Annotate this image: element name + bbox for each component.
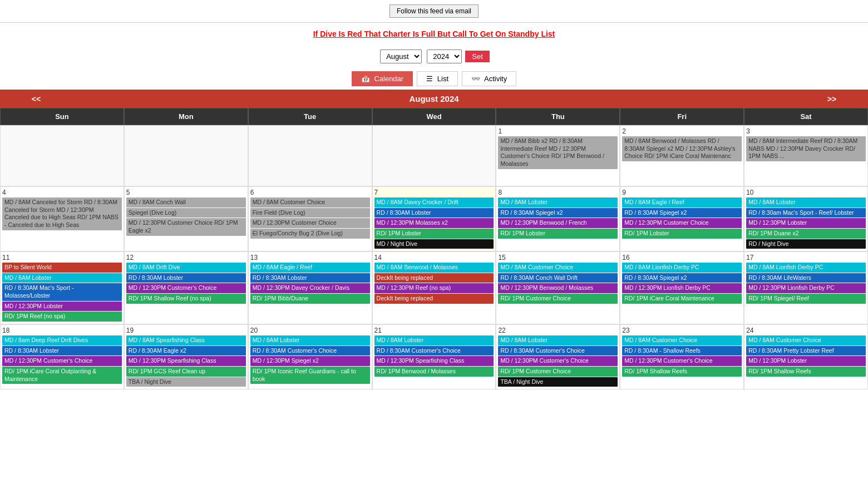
event-aug21-1[interactable]: MD / 8AM Lobster bbox=[374, 335, 494, 345]
event-aug2-1[interactable]: MD / 8AM Benwood / Molasses RD / 8:30AM … bbox=[622, 136, 742, 161]
event-aug19-5[interactable]: TBA / Night Dive bbox=[126, 377, 246, 387]
event-aug3-1[interactable]: MD / 8AM Intermediate Reef RD / 8:30AM N… bbox=[746, 136, 866, 161]
event-aug5-3[interactable]: MD / 12:30PM Customer Choice RD/ 1PM Eag… bbox=[126, 218, 246, 235]
event-aug17-1[interactable]: MD / 8AM Lionfish Derby PC bbox=[746, 263, 866, 273]
event-aug10-2[interactable]: RD / 8:30am Mac's Sport - Reef/ Lobster bbox=[746, 208, 866, 218]
event-aug15-3[interactable]: MD / 12:30PM Benwood / Molasses bbox=[498, 283, 618, 293]
event-aug7-1[interactable]: MD / 8AM Davey Crocker / Drift bbox=[374, 197, 494, 208]
event-aug16-1[interactable]: MD / 8AM Lionfish Derby PC bbox=[622, 263, 742, 273]
event-aug13-2[interactable]: RD / 8:30AM Lobster bbox=[250, 273, 370, 283]
event-aug13-3[interactable]: MD / 12:30PM Davey Crocker / Davis bbox=[250, 283, 370, 293]
tab-list[interactable]: ☰ List bbox=[417, 71, 458, 86]
cal-cell-aug4: 4 MD / 8AM Canceled for Storm RD / 8:30A… bbox=[0, 186, 124, 251]
event-aug18-2[interactable]: RD / 8:30AM Lobster bbox=[2, 346, 122, 356]
event-aug24-2[interactable]: RD / 8:30AM Pretty Lobster Reef bbox=[746, 346, 866, 356]
event-aug4-1[interactable]: MD / 8AM Canceled for Storm RD / 8:30AM … bbox=[2, 197, 122, 230]
event-aug15-2[interactable]: RD / 8:30AM Conch Wall Drift bbox=[498, 273, 618, 283]
event-aug10-5[interactable]: RD / Night Dive bbox=[746, 239, 866, 249]
event-aug10-4[interactable]: RD/ 1PM Duane x2 bbox=[746, 229, 866, 239]
month-select[interactable]: August bbox=[380, 50, 422, 63]
event-aug13-1[interactable]: MD / 8AM Eagle / Reef bbox=[250, 263, 370, 273]
event-aug8-4[interactable]: RD/ 1PM Lobster bbox=[498, 229, 618, 239]
tab-activity[interactable]: 👓 Activity bbox=[462, 71, 516, 86]
event-aug14-2[interactable]: DeckIt being replaced bbox=[374, 273, 494, 283]
tab-calendar[interactable]: 📅 Calendar bbox=[352, 71, 413, 86]
event-aug8-1[interactable]: MD / 8AM Lobster bbox=[498, 197, 618, 208]
event-aug22-2[interactable]: RD / 8:30AM Customer's Choice bbox=[498, 346, 618, 356]
event-aug16-4[interactable]: RD/ 1PM iCare Coral Maintenance bbox=[622, 294, 742, 304]
event-aug23-4[interactable]: RD/ 1PM Shallow Reefs bbox=[622, 367, 742, 377]
event-aug5-2[interactable]: Spiegel (Dive Log) bbox=[126, 208, 246, 218]
event-aug15-4[interactable]: RD/ 1PM Customer Choice bbox=[498, 294, 618, 304]
event-aug16-3[interactable]: MD / 12:30PM Lionfish Derby PC bbox=[622, 283, 742, 293]
event-aug12-1[interactable]: MD / 8AM Drift Dive bbox=[126, 263, 246, 273]
set-button[interactable]: Set bbox=[465, 51, 490, 62]
event-aug24-1[interactable]: MD / 8AM Customer Choice bbox=[746, 335, 866, 345]
event-aug24-3[interactable]: MD / 12:30PM Lobster bbox=[746, 356, 866, 366]
event-aug7-2[interactable]: RD / 8:30AM Lobster bbox=[374, 208, 494, 218]
event-aug5-1[interactable]: MD / 8AM Conch Wall bbox=[126, 197, 246, 208]
event-aug24-4[interactable]: RD/ 1PM Shallow Reefs bbox=[746, 367, 866, 377]
event-aug13-4[interactable]: RD/ 1PM Bibb/Duane bbox=[250, 294, 370, 304]
event-aug11-4[interactable]: MD / 12:30PM Lobster bbox=[2, 302, 122, 312]
event-aug23-3[interactable]: MD / 12:30PM Customer's Choice bbox=[622, 356, 742, 366]
event-aug11-1[interactable]: BP to Silent World bbox=[2, 263, 122, 273]
prev-month-button[interactable]: << bbox=[0, 90, 72, 108]
event-aug9-2[interactable]: RD / 8:30AM Spiegel x2 bbox=[622, 208, 742, 218]
event-aug14-1[interactable]: MD / 8AM Benwood / Molasses bbox=[374, 263, 494, 273]
event-aug20-3[interactable]: MD / 12:30PM Spiegel x2 bbox=[250, 356, 370, 366]
event-aug20-1[interactable]: MD / 8AM Lobster bbox=[250, 335, 370, 345]
event-aug16-2[interactable]: RD / 8:30AM Spiegel x2 bbox=[622, 273, 742, 283]
event-aug12-3[interactable]: MD / 12:30PM Customer's Choice bbox=[126, 283, 246, 293]
event-aug1-1[interactable]: MD / 8AM Bibb x2 RD / 8:30AM Intermediat… bbox=[498, 136, 618, 169]
event-aug19-3[interactable]: MD / 12:30PM Spearfishing Class bbox=[126, 356, 246, 366]
event-aug9-1[interactable]: MD / 8AM Eagle / Reef bbox=[622, 197, 742, 208]
event-aug11-5[interactable]: RD/ 1PM Reef (no spa) bbox=[2, 312, 122, 322]
event-aug8-2[interactable]: RD / 8:30AM Spiegel x2 bbox=[498, 208, 618, 218]
event-aug7-4[interactable]: RD/ 1PM Lobster bbox=[374, 229, 494, 239]
event-aug10-3[interactable]: MD / 12:30PM Lobster bbox=[746, 218, 866, 228]
event-aug14-3[interactable]: MD / 12:30PM Reef (no spa) bbox=[374, 283, 494, 293]
event-aug19-4[interactable]: RD/ 1PM GCS Reef Clean up bbox=[126, 367, 246, 377]
event-aug22-5[interactable]: TBA / Night Dive bbox=[498, 377, 618, 387]
event-aug19-1[interactable]: MD / 8AM Spearfishing Class bbox=[126, 335, 246, 345]
event-aug9-4[interactable]: RD/ 1PM Lobster bbox=[622, 229, 742, 239]
event-aug6-3[interactable]: MD / 12:30PM Customer Choice bbox=[250, 218, 370, 228]
event-aug20-2[interactable]: RD / 8:30AM Customer's Choice bbox=[250, 346, 370, 356]
event-aug14-4[interactable]: DeckIt being replaced bbox=[374, 294, 494, 304]
event-aug22-4[interactable]: RD/ 1PM Customer Choice bbox=[498, 367, 618, 377]
event-aug15-1[interactable]: MD / 8AM Customer Choice bbox=[498, 263, 618, 273]
event-aug17-2[interactable]: RD / 8:30AM LifeWaters bbox=[746, 273, 866, 283]
event-aug8-3[interactable]: MD / 12:30PM Benwood / French bbox=[498, 218, 618, 228]
event-aug17-4[interactable]: RD/ 1PM Spiegel/ Reef bbox=[746, 294, 866, 304]
event-aug18-3[interactable]: MD / 12:30PM Customer's Choice bbox=[2, 356, 122, 366]
event-aug18-1[interactable]: MD / 8am Deep Reef Drift Dives bbox=[2, 335, 122, 345]
event-aug11-2[interactable]: MD / 8AM Lobster bbox=[2, 273, 122, 283]
event-aug21-4[interactable]: RD/ 1PM Benwood / Molasses bbox=[374, 367, 494, 377]
event-aug7-3[interactable]: MD / 12:30PM Molasses x2 bbox=[374, 218, 494, 228]
event-aug22-3[interactable]: MD / 12:30PM Customer's Choice bbox=[498, 356, 618, 366]
event-aug9-3[interactable]: MD / 12:30PM Customer Choice bbox=[622, 218, 742, 228]
event-aug10-1[interactable]: MD / 8AM Lobster bbox=[746, 197, 866, 208]
next-month-button[interactable]: >> bbox=[796, 90, 868, 108]
follow-feed-button[interactable]: Follow this feed via email bbox=[389, 4, 479, 18]
event-aug21-3[interactable]: MD / 12:30PM Spearfishing Class bbox=[374, 356, 494, 366]
event-aug19-2[interactable]: RD / 8:30AM Eagle x2 bbox=[126, 346, 246, 356]
event-aug7-5[interactable]: MD / Night Dive bbox=[374, 239, 494, 249]
event-aug12-4[interactable]: RD/ 1PM Shallow Reef (no spa) bbox=[126, 294, 246, 304]
event-aug23-2[interactable]: RD / 8:30AM - Shallow Reefs bbox=[622, 346, 742, 356]
event-aug6-1[interactable]: MD / 8AM Customer Choice bbox=[250, 197, 370, 208]
event-aug6-2[interactable]: Fire Field (Dive Log) bbox=[250, 208, 370, 218]
list-icon: ☰ bbox=[426, 75, 433, 83]
cal-cell-aug24: 24 MD / 8AM Customer Choice RD / 8:30AM … bbox=[744, 324, 868, 389]
event-aug21-2[interactable]: RD / 8:30AM Customer's Choice bbox=[374, 346, 494, 356]
event-aug23-1[interactable]: MD / 8AM Customer Choice bbox=[622, 335, 742, 345]
event-aug17-3[interactable]: MD / 12:30PM Lionfish Derby PC bbox=[746, 283, 866, 293]
event-aug22-1[interactable]: MD / 8AM Lobster bbox=[498, 335, 618, 345]
event-aug12-2[interactable]: RD / 8:30AM Lobster bbox=[126, 273, 246, 283]
event-aug18-4[interactable]: RD/ 1PM iCare Coral Outplanting & Mainte… bbox=[2, 367, 122, 384]
event-aug20-4[interactable]: RD/ 1PM Iconic Reef Guardians - call to … bbox=[250, 367, 370, 384]
year-select[interactable]: 2024 bbox=[427, 50, 462, 63]
event-aug11-3[interactable]: RD / 8:30AM Mac's Sport - Molasses/Lobst… bbox=[2, 283, 122, 300]
event-aug6-4[interactable]: El Fuego/Conchy Bug 2 (Dive Log) bbox=[250, 229, 370, 239]
